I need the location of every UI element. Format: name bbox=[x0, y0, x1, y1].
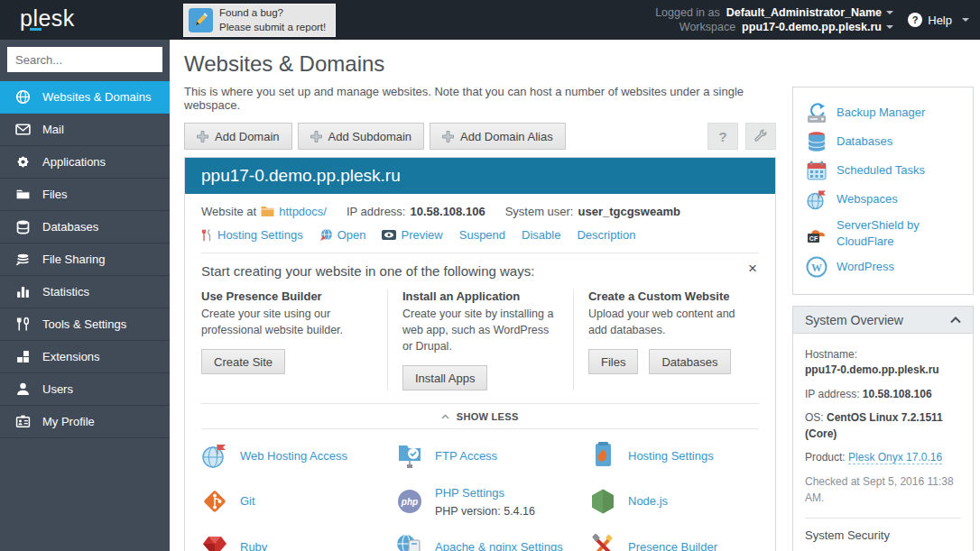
logged-in-row[interactable]: Logged in as Default_Administrator_Name bbox=[655, 6, 893, 19]
suspend-link[interactable]: Suspend bbox=[459, 228, 505, 242]
domain-toolbar: Add Domain Add Subdomain Add Domain Alia… bbox=[184, 123, 776, 150]
backup-manager-icon bbox=[806, 102, 827, 124]
workspace-value[interactable]: ppu17-0.demo.pp.plesk.ru bbox=[742, 21, 882, 33]
checked-at-text: Checked at Sept 5, 2016 11:38 AM. bbox=[805, 474, 961, 506]
add-domain-alias-button[interactable]: Add Domain Alias bbox=[430, 123, 566, 150]
shortcut-link[interactable]: WordPress bbox=[837, 259, 894, 275]
wrench-icon bbox=[753, 129, 768, 143]
domain-card: ppu17-0.demo.pp.plesk.ru Website at http… bbox=[184, 157, 776, 551]
install-apps-button[interactable]: Install Apps bbox=[402, 365, 488, 390]
sidebar-item-label: Applications bbox=[42, 155, 106, 169]
sidebar-item-tools-settings[interactable]: Tools & Settings bbox=[0, 308, 170, 341]
chevron-down-icon bbox=[886, 11, 893, 18]
tool-link[interactable]: Apache & nginx Settings bbox=[435, 540, 563, 551]
web-hosting-access-icon bbox=[201, 442, 228, 469]
chevron-down-icon bbox=[962, 18, 969, 25]
add-domain-button[interactable]: Add Domain bbox=[184, 123, 292, 150]
add-subdomain-label: Add Subdomain bbox=[328, 130, 412, 143]
sidebar-item-mail[interactable]: Mail bbox=[0, 114, 170, 146]
description-link[interactable]: Description bbox=[577, 228, 635, 242]
create-site-button[interactable]: Create Site bbox=[201, 349, 285, 374]
hostname-label: Hostname: bbox=[805, 348, 857, 361]
preview-link[interactable]: Preview bbox=[401, 228, 442, 242]
tool-php-settings: php PHP Settings PHP version: 5.4.16 bbox=[396, 484, 589, 518]
shortcut-link[interactable]: ServerShield by CloudFlare bbox=[837, 217, 960, 249]
tool-link[interactable]: Git bbox=[240, 494, 255, 508]
webspaces-icon bbox=[806, 188, 827, 210]
chevron-up-icon bbox=[441, 414, 449, 419]
product-version-link[interactable]: Plesk Onyx 17.0.16 bbox=[848, 451, 942, 464]
tool-link[interactable]: PHP Settings bbox=[435, 486, 504, 500]
tool-apache-nginx: Apache & nginx Settings bbox=[396, 533, 589, 551]
svg-text:W: W bbox=[811, 262, 822, 274]
tool-nodejs: Node.js bbox=[589, 484, 759, 518]
os-row: OS: CentOS Linux 7.2.1511 (Core) bbox=[805, 410, 961, 442]
shortcut-link[interactable]: Databases bbox=[837, 133, 892, 150]
tool-link[interactable]: Web Hosting Access bbox=[240, 449, 347, 463]
system-security-title: System Security bbox=[805, 528, 961, 542]
sidebar-item-websites-domains[interactable]: Websites & Domains bbox=[0, 81, 170, 114]
sidebar-item-extensions[interactable]: Extensions bbox=[0, 341, 170, 373]
shortcut-link[interactable]: Webspaces bbox=[837, 191, 898, 207]
svg-text:CF: CF bbox=[809, 234, 818, 241]
presence-builder-icon bbox=[589, 533, 616, 551]
tool-link[interactable]: Ruby bbox=[240, 540, 267, 551]
sidebar-item-statistics[interactable]: Statistics bbox=[0, 276, 170, 308]
tool-link[interactable]: Hosting Settings bbox=[628, 449, 714, 463]
os-label: OS: bbox=[805, 411, 824, 424]
sidebar-item-databases[interactable]: Databases bbox=[0, 211, 170, 243]
shortcut-servershield: CF ServerShield by CloudFlare bbox=[806, 217, 960, 249]
sidebar-item-files[interactable]: Files bbox=[0, 179, 170, 211]
domain-info-row: Website at httpdocs/ IP address: 10.58.1… bbox=[201, 205, 759, 218]
shortcut-link[interactable]: Backup Manager bbox=[837, 105, 925, 121]
sidebar-item-label: Files bbox=[42, 188, 67, 201]
ip-row: IP address: 10.58.108.106 bbox=[805, 387, 961, 402]
id-card-icon bbox=[15, 414, 31, 429]
tool-link[interactable]: Presence Builder bbox=[628, 540, 717, 551]
sidebar-item-users[interactable]: Users bbox=[0, 373, 170, 406]
add-subdomain-button[interactable]: Add Subdomain bbox=[298, 123, 425, 150]
hosting-settings-link[interactable]: Hosting Settings bbox=[217, 228, 303, 242]
tool-hosting-settings: Hosting Settings bbox=[589, 442, 759, 469]
sidebar-item-label: Tools & Settings bbox=[42, 317, 126, 331]
close-icon[interactable]: × bbox=[748, 261, 757, 276]
chevron-up-icon bbox=[950, 317, 961, 324]
logged-in-user[interactable]: Default_Administrator_Name bbox=[726, 6, 882, 19]
bug-report-banner[interactable]: Found a bug? Please submit a report! bbox=[183, 4, 336, 37]
show-less-toggle[interactable]: SHOW LESS bbox=[201, 403, 759, 429]
show-less-label: SHOW LESS bbox=[457, 411, 519, 422]
tool-link[interactable]: Node.js bbox=[628, 494, 668, 508]
add-domain-alias-label: Add Domain Alias bbox=[460, 130, 553, 143]
disable-link[interactable]: Disable bbox=[522, 228, 560, 242]
page-title: Websites & Domains bbox=[184, 51, 776, 77]
httpdocs-link[interactable]: httpdocs/ bbox=[279, 205, 327, 218]
sidebar-item-applications[interactable]: Applications bbox=[0, 146, 170, 179]
top-bar: plesk Found a bug? Please submit a repor… bbox=[0, 0, 980, 40]
blocks-icon bbox=[15, 349, 31, 364]
search-input[interactable] bbox=[7, 53, 182, 67]
open-site-icon bbox=[319, 228, 333, 242]
ip-address-label: IP address: bbox=[347, 205, 406, 218]
system-overview-header[interactable]: System Overview bbox=[793, 307, 973, 334]
sidebar-item-my-profile[interactable]: My Profile bbox=[0, 406, 170, 438]
sidebar-item-label: Websites & Domains bbox=[42, 90, 151, 104]
help-button[interactable]: ? bbox=[707, 123, 738, 150]
sidebar-item-file-sharing[interactable]: File Sharing bbox=[0, 243, 170, 276]
open-link[interactable]: Open bbox=[337, 228, 366, 242]
tool-git: Git bbox=[201, 484, 396, 518]
bug-banner-line2: Please submit a report! bbox=[219, 21, 326, 35]
pencil-icon bbox=[189, 8, 213, 32]
install-application-column: Install an Application Create your site … bbox=[387, 289, 573, 390]
files-button[interactable]: Files bbox=[588, 349, 638, 374]
databases-button[interactable]: Databases bbox=[649, 349, 730, 374]
tool-link[interactable]: FTP Access bbox=[435, 449, 497, 463]
plesk-logo[interactable]: plesk bbox=[20, 5, 75, 32]
ftp-access-icon bbox=[396, 442, 423, 469]
shortcut-link[interactable]: Scheduled Tasks bbox=[837, 162, 925, 179]
help-menu[interactable]: ? Help bbox=[908, 0, 969, 40]
sidebar-item-label: Extensions bbox=[42, 350, 100, 363]
search-box[interactable] bbox=[7, 47, 162, 72]
workspace-row[interactable]: Workspace ppu17-0.demo.pp.plesk.ru bbox=[655, 21, 893, 33]
settings-button[interactable] bbox=[745, 123, 776, 150]
shortcut-webspaces: Webspaces bbox=[806, 188, 960, 210]
